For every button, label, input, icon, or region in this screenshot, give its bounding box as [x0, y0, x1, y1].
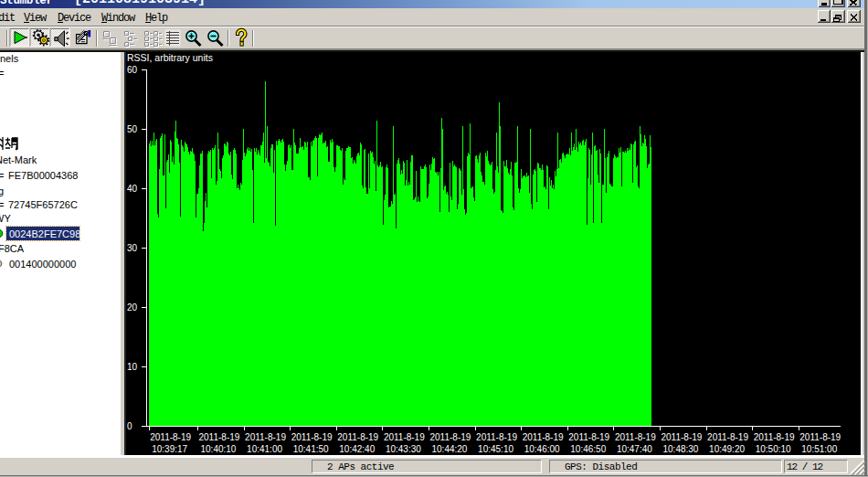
svg-text:10:40:10: 10:40:10 [201, 443, 237, 453]
svg-text:2011-8-19: 2011-8-19 [662, 431, 703, 441]
svg-text:2011-8-19: 2011-8-19 [754, 431, 795, 441]
svg-text:2011-8-19: 2011-8-19 [199, 431, 240, 441]
svg-text:10:41:50: 10:41:50 [293, 443, 329, 453]
svg-text:2011-8-19: 2011-8-19 [476, 431, 517, 441]
svg-text:10:41:00: 10:41:00 [247, 443, 282, 453]
svg-text:20: 20 [127, 302, 138, 313]
svg-text:10:47:40: 10:47:40 [617, 443, 652, 453]
svg-text:2011-8-19: 2011-8-19 [799, 431, 841, 441]
svg-text:0: 0 [127, 421, 132, 431]
svg-text:30: 30 [127, 243, 138, 253]
svg-text:10: 10 [127, 362, 138, 372]
svg-text:40: 40 [127, 184, 138, 194]
svg-text:10:39:17: 10:39:17 [152, 443, 187, 453]
svg-text:10:51:00: 10:51:00 [801, 443, 837, 453]
svg-text:10:43:30: 10:43:30 [386, 443, 421, 453]
svg-text:10:50:10: 10:50:10 [756, 443, 791, 453]
svg-text:10:44:20: 10:44:20 [432, 443, 468, 453]
svg-text:2011-8-19: 2011-8-19 [384, 431, 425, 441]
svg-text:2011-8-19: 2011-8-19 [337, 431, 378, 441]
svg-text:10:49:20: 10:49:20 [709, 443, 745, 453]
svg-text:2011-8-19: 2011-8-19 [523, 431, 564, 441]
svg-text:RSSI, arbitrary units: RSSI, arbitrary units [127, 52, 213, 63]
svg-text:10:46:50: 10:46:50 [570, 443, 606, 453]
svg-text:2011-8-19: 2011-8-19 [707, 431, 748, 441]
svg-text:2011-8-19: 2011-8-19 [430, 431, 471, 441]
svg-text:10:48:30: 10:48:30 [663, 443, 699, 453]
svg-text:60: 60 [127, 65, 138, 75]
svg-text:2011-8-19: 2011-8-19 [150, 431, 191, 441]
svg-text:2011-8-19: 2011-8-19 [568, 431, 609, 441]
svg-text:2011-8-19: 2011-8-19 [245, 431, 286, 441]
svg-text:2011-8-19: 2011-8-19 [291, 431, 333, 441]
svg-text:10:42:40: 10:42:40 [339, 443, 375, 453]
svg-text:10:46:00: 10:46:00 [524, 443, 560, 453]
svg-text:2011-8-19: 2011-8-19 [615, 431, 656, 441]
svg-text:50: 50 [127, 124, 138, 134]
svg-text:10:45:10: 10:45:10 [478, 443, 513, 453]
